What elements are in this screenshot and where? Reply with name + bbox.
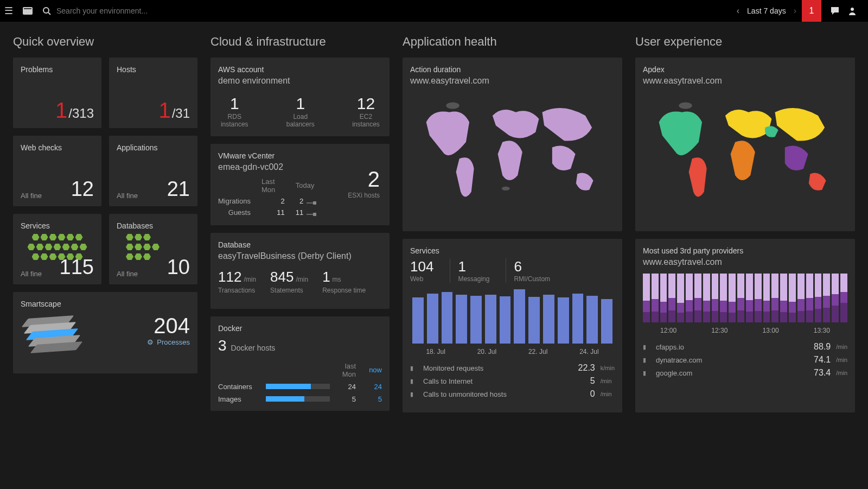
- tile-smartscape[interactable]: Smartscape 204 ⚙Processes: [13, 292, 197, 373]
- providers-stacked-chart: [643, 274, 847, 322]
- time-range-selector[interactable]: ‹ Last 7 days ›: [737, 6, 796, 16]
- menu-icon[interactable]: ☰: [4, 5, 13, 17]
- section-overview-title: Quick overview: [13, 35, 197, 49]
- section-health-title: Application health: [403, 35, 622, 49]
- bar-icon: ▮: [410, 391, 418, 398]
- world-map-purple: [410, 89, 615, 208]
- bar-icon: ▮: [643, 370, 650, 377]
- tile-aws[interactable]: AWS account demo environment 1RDS instan…: [210, 58, 390, 136]
- dashboard-icon[interactable]: [23, 7, 33, 15]
- tile-services[interactable]: Services All fine 115: [13, 214, 101, 284]
- time-range-label: Last 7 days: [747, 7, 786, 15]
- world-map-apdex: [643, 89, 847, 208]
- services-bar-chart: [410, 289, 615, 344]
- tile-applications[interactable]: Applications All fine 21: [109, 136, 197, 206]
- search-box: [42, 7, 197, 15]
- tile-apdex[interactable]: Apdex www.easytravel.com: [635, 58, 855, 231]
- topbar: ☰ ‹ Last 7 days › 1: [0, 0, 868, 22]
- svg-point-6: [502, 187, 510, 190]
- search-icon[interactable]: [42, 7, 51, 15]
- user-icon[interactable]: [847, 6, 857, 16]
- svg-line-3: [48, 12, 50, 15]
- search-input[interactable]: [56, 7, 197, 15]
- svg-point-7: [679, 102, 692, 109]
- tile-webchecks[interactable]: Web checks All fine 12: [13, 136, 101, 206]
- tile-docker[interactable]: Docker 3Docker hosts last Monnow Contain…: [210, 316, 390, 411]
- svg-point-4: [851, 8, 854, 11]
- alert-badge[interactable]: 1: [802, 0, 821, 22]
- tile-database[interactable]: Database easyTravelBusiness (Derby Clien…: [210, 233, 390, 309]
- process-icon: ⚙: [147, 338, 154, 346]
- chevron-right-icon[interactable]: ›: [794, 6, 796, 16]
- bar-icon: ▮: [410, 365, 418, 372]
- tile-action-duration[interactable]: Action duration www.easytravel.com: [403, 58, 622, 231]
- tile-databases[interactable]: Databases All fine 10: [109, 214, 197, 284]
- tile-vmware[interactable]: VMware vCenter emea-gdn-vc002 Last MonTo…: [210, 144, 390, 225]
- chat-icon[interactable]: [830, 6, 840, 16]
- svg-point-5: [446, 102, 459, 109]
- layers-icon: [21, 314, 75, 352]
- svg-rect-1: [24, 8, 31, 9]
- tile-services-chart[interactable]: Services 104Web 1Messaging 6RMI/Custom 1…: [403, 239, 622, 412]
- svg-point-2: [43, 8, 49, 13]
- tile-3rd-party[interactable]: Most used 3rd party providers www.easytr…: [635, 239, 855, 412]
- section-cloud-title: Cloud & infrastructure: [210, 35, 390, 49]
- bar-icon: ▮: [410, 378, 418, 385]
- bar-icon: ▮: [643, 344, 650, 351]
- tile-hosts[interactable]: Hosts 1 /31: [109, 58, 197, 128]
- tile-problems[interactable]: Problems 1 /313: [13, 58, 101, 128]
- bar-icon: ▮: [643, 357, 650, 364]
- section-ux-title: User experience: [635, 35, 855, 49]
- chevron-left-icon[interactable]: ‹: [737, 6, 739, 16]
